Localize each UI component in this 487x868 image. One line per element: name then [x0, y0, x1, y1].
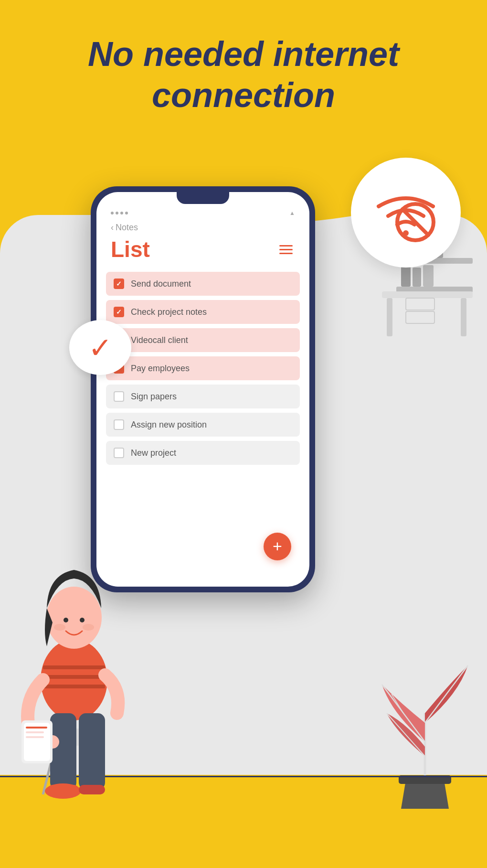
svg-rect-13: [48, 785, 79, 794]
checkbox-checked: ✓: [114, 279, 124, 289]
list-title-row: List: [96, 235, 309, 272]
list-item[interactable]: ✓ Pay employees: [106, 356, 300, 380]
no-wifi-icon: [370, 177, 442, 248]
svg-rect-35: [387, 298, 392, 336]
svg-point-18: [54, 624, 65, 631]
woman-illustration: [0, 460, 153, 806]
svg-rect-8: [43, 675, 105, 679]
back-navigation[interactable]: ‹ Notes: [96, 219, 309, 235]
svg-rect-11: [79, 713, 105, 790]
svg-rect-34: [382, 291, 473, 298]
item-text: Videocall client: [131, 335, 188, 345]
svg-line-42: [425, 665, 468, 723]
list-title: List: [111, 236, 150, 262]
item-text: Send document: [131, 279, 191, 289]
svg-point-15: [46, 587, 102, 649]
svg-rect-36: [461, 298, 466, 336]
svg-rect-10: [50, 713, 76, 790]
svg-point-6: [41, 639, 107, 720]
desk-decoration: [382, 282, 487, 341]
list-item[interactable]: Sign papers: [106, 385, 300, 408]
svg-rect-24: [26, 736, 44, 738]
svg-rect-9: [43, 685, 105, 688]
plant-decoration: [363, 627, 487, 811]
item-text: New project: [131, 448, 176, 458]
no-wifi-circle: [351, 158, 461, 268]
svg-rect-7: [43, 665, 105, 669]
main-title: No needed internet connection: [29, 33, 458, 116]
svg-rect-14: [79, 785, 105, 794]
hamburger-menu-icon[interactable]: [277, 243, 295, 257]
item-text: Assign new position: [131, 420, 207, 430]
list-item[interactable]: Assign new position: [106, 413, 300, 437]
checkbox-unchecked: [114, 448, 124, 458]
status-dots: [111, 212, 128, 214]
item-text: Check project notes: [131, 307, 207, 317]
svg-rect-23: [26, 731, 44, 733]
svg-rect-22: [26, 727, 47, 729]
checkbox-unchecked: [114, 391, 124, 402]
svg-point-16: [64, 618, 68, 622]
header-section: No needed internet connection: [0, 33, 487, 116]
back-arrow-icon: ‹: [111, 223, 114, 233]
checkbox-checked: ✓: [114, 307, 124, 317]
list-item[interactable]: ✓ Check project notes: [106, 300, 300, 324]
checkbox-unchecked: [114, 419, 124, 430]
list-item[interactable]: ✓ Videocall client: [106, 328, 300, 352]
svg-rect-37: [406, 298, 434, 310]
svg-point-17: [80, 618, 85, 622]
item-text: Sign papers: [131, 392, 177, 402]
add-button-icon: +: [273, 538, 282, 554]
item-text: Pay employees: [131, 364, 190, 374]
phone-notch: [177, 192, 229, 204]
svg-point-19: [83, 624, 94, 631]
notes-back-label: Notes: [116, 223, 138, 233]
svg-rect-38: [406, 311, 434, 323]
add-button[interactable]: +: [264, 533, 291, 560]
speech-bubble-checkmark-icon: ✓: [88, 331, 112, 364]
list-item[interactable]: ✓ Send document: [106, 272, 300, 296]
checklist: ✓ Send document ✓ Check project notes ✓ …: [96, 272, 309, 465]
speech-bubble: ✓: [69, 320, 131, 375]
status-wifi-text: ▲: [289, 210, 295, 216]
